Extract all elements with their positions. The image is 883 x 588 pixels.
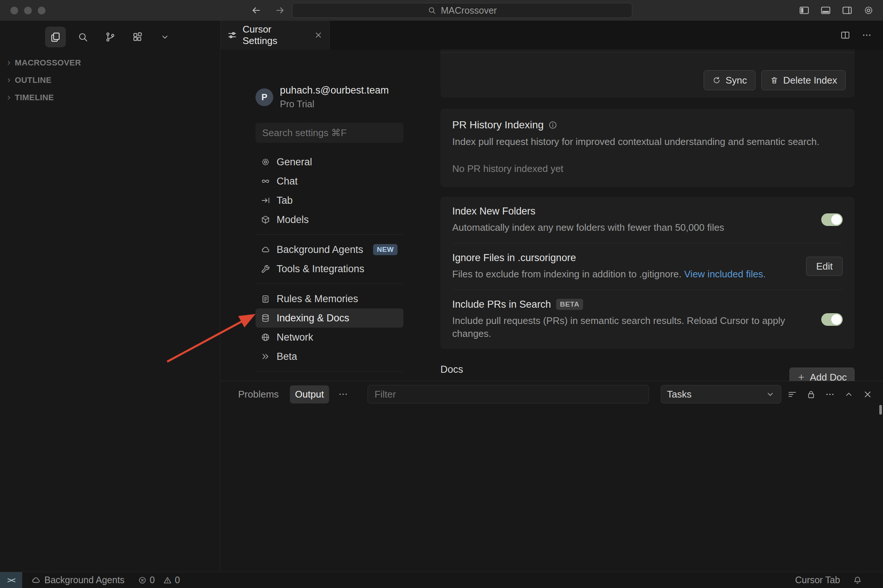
nav-item-docs-partial[interactable]: Docs (255, 377, 403, 381)
nav-item-beta[interactable]: Beta (255, 347, 403, 366)
cube-icon (261, 215, 270, 225)
forward-icon[interactable] (274, 5, 285, 16)
nav-item-models[interactable]: Models (255, 210, 403, 229)
include-prs-toggle[interactable] (821, 313, 843, 326)
account-email: puhach.s@ourbest.team (280, 85, 389, 96)
close-tab-icon[interactable] (314, 31, 323, 40)
delete-index-button[interactable]: Delete Index (762, 70, 846, 90)
tab-label: Cursor Settings (243, 24, 309, 46)
explorer-section-project[interactable]: MACROSSOVER (0, 54, 220, 71)
split-editor-icon[interactable] (840, 30, 850, 40)
avatar: P (255, 88, 273, 106)
section-label: MACROSSOVER (15, 58, 81, 68)
editor-area: Cursor Settings P puhach.s@ourbest.team (220, 21, 883, 572)
tab-output[interactable]: Output (290, 386, 329, 404)
background-agents-status[interactable]: Background Agents (31, 574, 124, 585)
panel-more-tabs-icon[interactable] (338, 389, 348, 399)
activity-bar (0, 21, 220, 50)
setting-row-include-prs: Include PRs in Search BETA Include pull … (452, 290, 843, 349)
more-actions-icon[interactable] (862, 30, 872, 40)
explorer-icon[interactable] (45, 27, 66, 47)
index-actions: Sync Delete Index (704, 70, 846, 90)
maximize-panel-chevron-icon[interactable] (844, 389, 854, 399)
zoom-window-button[interactable] (38, 7, 45, 14)
nav-item-label: Tools & Integrations (277, 263, 364, 275)
sync-icon (712, 76, 721, 85)
cursor-tab-status[interactable]: Cursor Tab (795, 574, 840, 585)
section-label: OUTLINE (15, 75, 51, 85)
tab-cursor-settings[interactable]: Cursor Settings (220, 21, 330, 50)
panel-scrollbar-thumb[interactable] (879, 405, 882, 414)
app-window: MACrossover MACROSSOVER (0, 0, 883, 588)
close-window-button[interactable] (10, 7, 18, 14)
remote-indicator[interactable]: >< (0, 572, 22, 588)
panel-header: Problems Output Tasks (220, 381, 883, 404)
nav-item-label: Network (277, 332, 313, 343)
bell-icon[interactable] (853, 575, 862, 585)
wrench-icon (261, 264, 270, 274)
search-view-icon[interactable] (72, 27, 93, 47)
toggle-panel-icon[interactable] (820, 5, 831, 16)
settings-search-input[interactable] (255, 123, 403, 143)
main-area: MACROSSOVER OUTLINE TIMELINE Cursor Sett… (0, 21, 883, 572)
chevron-right-icon (5, 59, 13, 67)
close-panel-icon[interactable] (863, 389, 873, 399)
nav-item-background-agents[interactable]: Background Agents NEW (255, 240, 403, 259)
info-icon[interactable] (548, 120, 558, 130)
titlebar-actions (799, 5, 874, 16)
index-new-folders-toggle[interactable] (821, 213, 843, 226)
minimize-window-button[interactable] (24, 7, 32, 14)
output-channel-dropdown[interactable]: Tasks (661, 385, 781, 404)
nav-item-tools-integrations[interactable]: Tools & Integrations (255, 259, 403, 279)
nav-item-label: Tab (277, 195, 293, 206)
pr-history-empty-state: No PR history indexed yet (452, 163, 843, 174)
section-label: TIMELINE (15, 93, 54, 102)
nav-item-chat[interactable]: Chat (255, 172, 403, 191)
sync-button-label: Sync (726, 75, 747, 86)
setting-desc: Include pull requests (PRs) in semantic … (452, 314, 809, 340)
nav-item-tab[interactable]: Tab (255, 191, 403, 210)
command-center-search[interactable]: MACrossover (292, 3, 632, 18)
nav-item-label: Background Agents (277, 244, 363, 255)
setting-title: Include PRs in Search (452, 299, 551, 310)
more-views-chevron-icon[interactable] (154, 27, 175, 47)
divider (256, 284, 403, 284)
pr-history-title: PR History Indexing (452, 119, 544, 131)
status-bar: >< Background Agents 0 0 Cursor Tab (0, 572, 883, 588)
problems-status[interactable]: 0 0 (138, 574, 185, 585)
source-control-icon[interactable] (100, 27, 120, 47)
window-controls (0, 7, 45, 14)
divider (256, 371, 403, 372)
search-icon (427, 6, 436, 15)
clipboard-icon (261, 294, 270, 304)
scroll-lock-icon[interactable] (806, 389, 816, 399)
panel-action-icons (787, 389, 873, 399)
toggle-primary-sidebar-icon[interactable] (799, 5, 810, 16)
clear-output-icon[interactable] (787, 389, 797, 399)
explorer-section-timeline[interactable]: TIMELINE (0, 89, 220, 106)
setting-title: Index New Folders (452, 206, 535, 217)
output-content[interactable] (220, 404, 883, 572)
explorer-section-outline[interactable]: OUTLINE (0, 71, 220, 89)
view-included-files-link[interactable]: View included files. (684, 268, 766, 280)
nav-item-rules-memories[interactable]: Rules & Memories (255, 289, 403, 308)
panel-more-actions-icon[interactable] (825, 389, 835, 399)
nav-item-label: Rules & Memories (277, 293, 358, 305)
nav-item-network[interactable]: Network (255, 328, 403, 347)
tab-problems[interactable]: Problems (233, 386, 284, 404)
plus-icon (797, 373, 805, 381)
warning-count: 0 (175, 574, 180, 585)
edit-button[interactable]: Edit (806, 256, 843, 276)
nav-item-indexing-docs[interactable]: Indexing & Docs (255, 308, 403, 328)
back-icon[interactable] (251, 5, 262, 16)
sync-button[interactable]: Sync (704, 70, 756, 90)
explorer-sections: MACROSSOVER OUTLINE TIMELINE (0, 54, 220, 106)
toggle-secondary-sidebar-icon[interactable] (842, 5, 853, 16)
nav-item-label: Models (277, 214, 309, 226)
add-doc-button[interactable]: Add Doc (789, 368, 855, 381)
nav-item-general[interactable]: General (255, 152, 403, 172)
output-filter-input[interactable] (367, 385, 649, 404)
trash-icon (770, 76, 779, 85)
settings-gear-icon[interactable] (863, 5, 874, 16)
extensions-icon[interactable] (127, 27, 148, 47)
